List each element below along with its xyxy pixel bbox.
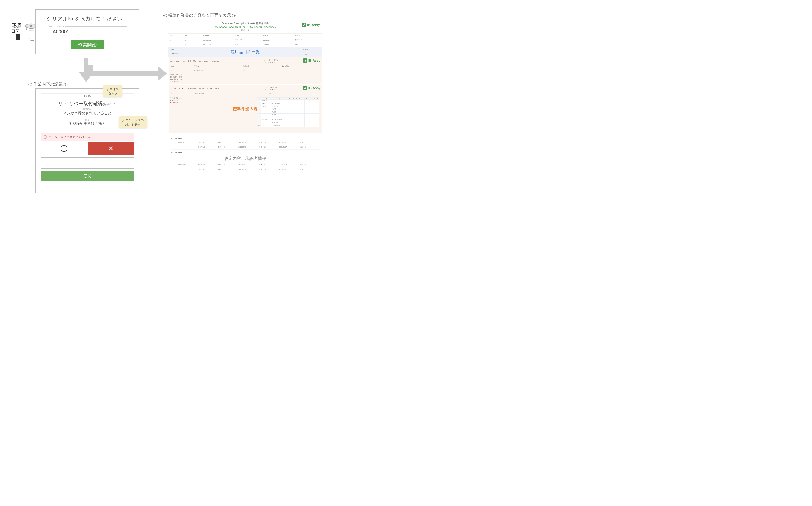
- serial-input[interactable]: シリアルNo A00001: [48, 26, 127, 37]
- logo-icon: [303, 59, 307, 63]
- rev-block2-label: BTXXXX No.2: [171, 150, 320, 154]
- warning-icon: [43, 136, 47, 139]
- svg-point-26: [30, 26, 32, 26]
- serial-prompt: シリアルNoを入力してください。: [35, 16, 139, 22]
- block1-table: No.工程名作業時間特殊特性1組立作業 ②50s: [170, 64, 320, 73]
- work-record-panel: 1 / 15 リアカバー取付確認(品種0001) 検査内容 ネジが本締めされてい…: [35, 88, 139, 193]
- qr-icon: [12, 23, 21, 32]
- applied-items-overlay: 適用品目の一覧: [230, 49, 260, 55]
- callout-item-count: 項目件数 を表示: [103, 85, 122, 97]
- svg-rect-12: [14, 27, 15, 28]
- svg-rect-15: [18, 28, 19, 28]
- ods-top-table: No.改定作成日付作成者変更日変更者122023/01/27鈴木 一郎2023/…: [168, 33, 322, 47]
- svg-rect-6: [15, 23, 16, 24]
- svg-rect-1: [13, 24, 13, 25]
- cp-label: コントロールプラン: [264, 59, 279, 61]
- svg-rect-20: [20, 30, 20, 31]
- ibassy-logo: IB-Assy: [302, 22, 320, 27]
- ods-panel: Operation Description Sheets 標準作業書 XX--X…: [168, 20, 322, 197]
- serial-field-label: シリアルNo: [52, 25, 65, 28]
- svg-rect-8: [15, 25, 16, 26]
- svg-rect-22: [17, 31, 18, 32]
- svg-rect-31: [88, 71, 158, 76]
- work-item-title: リアカバー取付確認(品種0001): [41, 100, 134, 107]
- work-item-title-text: リアカバー取付確認: [58, 101, 103, 106]
- standard-work-overlay: 標準作業内容: [233, 106, 258, 112]
- svg-rect-7: [16, 24, 17, 25]
- work-item-title-suffix: (品種0001): [103, 103, 117, 106]
- serial-field-value: A00001: [53, 29, 123, 34]
- svg-rect-13: [15, 28, 16, 28]
- barcode-icon: [12, 34, 21, 39]
- svg-rect-18: [17, 29, 18, 30]
- fail-button[interactable]: ✕: [88, 142, 134, 155]
- svg-rect-23: [18, 31, 19, 31]
- svg-rect-3: [19, 24, 20, 25]
- ods-block-1: XX--XXXXX---XXX（使用一覧） SB-XXXX(BTXXXX)ODS…: [169, 58, 322, 84]
- drawing-no-label: 図番号: [303, 49, 308, 51]
- revision-block: BTXXXX No.1 2画像追加2023/01/27鈴木 一郎2023/01/…: [168, 134, 322, 173]
- svg-rect-14: [17, 27, 18, 28]
- svg-rect-5: [13, 31, 13, 32]
- logo-icon: [302, 22, 306, 27]
- cp-value: CP_A_00A00: [264, 61, 275, 63]
- ods-block-2: XX--XXXXX---XXX（使用一覧） SB-XXXX(BTXXXX)ODS…: [169, 85, 322, 134]
- circle-icon: [61, 145, 67, 152]
- svg-marker-32: [158, 67, 167, 81]
- revision-overlay: 改定内容、承認者情報: [171, 154, 320, 163]
- svg-rect-10: [12, 27, 12, 28]
- block1-title: XX--XXXXX---XXX（使用一覧） SB-XXXX(BTXXXX)ODS: [170, 60, 219, 62]
- arrow-right-icon: [88, 65, 168, 82]
- cp-value: CP_A_00A00: [264, 89, 275, 91]
- svg-rect-9: [16, 26, 17, 27]
- comment-input[interactable]: [41, 157, 134, 169]
- svg-rect-17: [16, 29, 17, 29]
- svg-rect-28: [84, 58, 88, 72]
- svg-rect-16: [20, 27, 20, 28]
- serial-input-panel: シリアルNoを入力してください。 シリアルNo A00001 作業開始: [35, 9, 139, 55]
- logo-icon: [303, 86, 307, 90]
- cp-label: コントロールプラン: [264, 87, 279, 88]
- applied-items-band: 品番 IN00-0001 図番号 0001 適用品目の一覧: [168, 47, 322, 57]
- svg-rect-19: [18, 29, 19, 29]
- inspection-label: 検査内容: [41, 108, 134, 111]
- svg-rect-21: [16, 31, 17, 31]
- svg-rect-24: [20, 32, 20, 32]
- drawing-no-value: 0001: [305, 54, 308, 55]
- rev-block1-label: BTXXXX No.1: [171, 136, 320, 140]
- work-record-section-label: ≪ 作業内容の記録 ≫: [28, 81, 68, 87]
- ods-process: 製造: 組立: [170, 29, 321, 31]
- validation-error-text: コメントが入力されていません。: [48, 135, 94, 139]
- ods-section-label: ≪ 標準作業書の内容を１画面で表示 ≫: [163, 13, 236, 18]
- ibassy-logo: IB-Assy: [303, 59, 320, 63]
- x-icon: ✕: [108, 145, 114, 153]
- ods-header: Operation Description Sheets 標準作業書 XX--X…: [168, 20, 322, 33]
- pass-button[interactable]: [41, 142, 87, 155]
- logo-text: IB-Assy: [308, 59, 320, 62]
- svg-rect-11: [13, 28, 13, 28]
- validation-error: コメントが入力されていません。: [41, 133, 134, 141]
- ibassy-logo: IB-Assy: [303, 86, 320, 90]
- block2-title: XX--XXXXX---XXX（使用一覧） SB-XXXX(BTXXXX)ODS: [170, 87, 219, 90]
- ok-button[interactable]: OK: [41, 171, 134, 181]
- start-work-button[interactable]: 作業開始: [71, 40, 104, 49]
- logo-text: IB-Assy: [307, 23, 320, 27]
- ods-subtitle: XX--XXXXX---XXX（使用一覧） SB-XXXX(BTXXXX)ODS: [170, 25, 321, 29]
- block2-table: 2組立作業 ②50s: [170, 92, 320, 96]
- ods-title: Operation Description Sheets 標準作業書: [170, 22, 321, 25]
- logo-text: IB-Assy: [308, 86, 320, 90]
- mini-spreadsheet: ABCDEFGHIJKL1ODS定義2品種カローラ売り3ラインスポーツカー4↳品…: [257, 97, 319, 127]
- callout-validation: 入力チェックの 結果を表示: [119, 116, 147, 129]
- block1-notes: XXを取り付けるOOを取り付けるXXを締め付ける※取付注意: [170, 74, 320, 83]
